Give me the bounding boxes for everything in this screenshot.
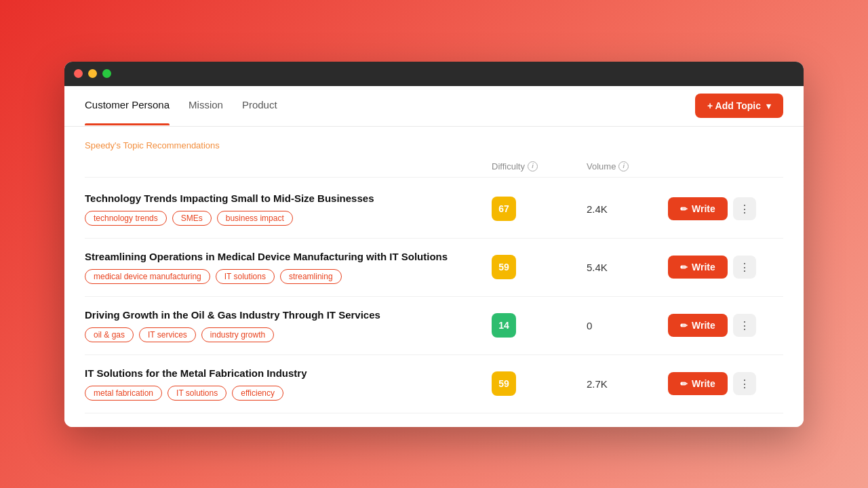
tabs-bar: Customer Persona Mission Product + Add T… xyxy=(64,86,804,127)
chevron-down-icon: ▾ xyxy=(766,101,771,111)
tags: technology trends SMEs business impact xyxy=(85,211,492,226)
tag: streamlining xyxy=(280,269,342,284)
tag: efficiency xyxy=(232,386,283,401)
tag: oil & gas xyxy=(85,327,134,342)
more-icon: ⋮ xyxy=(739,261,750,274)
tab-customer-persona[interactable]: Customer Persona xyxy=(85,99,170,113)
tag: IT services xyxy=(139,327,196,342)
write-button[interactable]: ✏ Write xyxy=(668,314,728,337)
difficulty-cell: 59 xyxy=(492,255,587,279)
more-options-button[interactable]: ⋮ xyxy=(733,372,756,395)
write-button[interactable]: ✏ Write xyxy=(668,256,728,279)
tab-product[interactable]: Product xyxy=(242,99,277,113)
table-row: Streamlining Operations in Medical Devic… xyxy=(85,239,783,297)
main-content: Speedy's Topic Recommendations Difficult… xyxy=(64,127,804,427)
table-row: Driving Growth in the Oil & Gas Industry… xyxy=(85,297,783,355)
content-area: Customer Persona Mission Product + Add T… xyxy=(64,86,804,427)
more-icon: ⋮ xyxy=(739,203,750,216)
table-row: Technology Trends Impacting Small to Mid… xyxy=(85,180,783,239)
topic-title: Technology Trends Impacting Small to Mid… xyxy=(85,192,492,204)
volume-info-icon: i xyxy=(618,161,629,171)
tag: IT solutions xyxy=(167,386,226,401)
actions-cell: ✏ Write ⋮ xyxy=(668,314,783,337)
section-title: Speedy's Topic Recommendations xyxy=(85,140,783,150)
actions-cell: ✏ Write ⋮ xyxy=(668,256,783,279)
titlebar xyxy=(64,62,804,86)
actions-cell: ✏ Write ⋮ xyxy=(668,372,783,395)
minimize-dot[interactable] xyxy=(88,69,97,78)
volume-cell: 2.7K xyxy=(587,378,668,390)
more-icon: ⋮ xyxy=(739,319,750,332)
difficulty-badge: 59 xyxy=(492,255,516,279)
write-icon: ✏ xyxy=(680,262,688,272)
tag: SMEs xyxy=(172,211,212,226)
volume-cell: 0 xyxy=(587,320,668,331)
app-window: Customer Persona Mission Product + Add T… xyxy=(64,62,804,427)
tab-list: Customer Persona Mission Product xyxy=(85,99,695,113)
volume-cell: 2.4K xyxy=(587,203,668,215)
more-options-button[interactable]: ⋮ xyxy=(733,314,756,337)
tag: business impact xyxy=(217,211,293,226)
write-button[interactable]: ✏ Write xyxy=(668,197,728,220)
tags: oil & gas IT services industry growth xyxy=(85,327,492,342)
topic-info: Driving Growth in the Oil & Gas Industry… xyxy=(85,309,492,342)
add-topic-button[interactable]: + Add Topic ▾ xyxy=(695,94,783,118)
write-icon: ✏ xyxy=(680,321,688,331)
more-icon: ⋮ xyxy=(739,378,750,390)
more-options-button[interactable]: ⋮ xyxy=(733,256,756,279)
tag: IT solutions xyxy=(216,269,275,284)
difficulty-cell: 59 xyxy=(492,371,587,396)
topic-title: IT Solutions for the Metal Fabrication I… xyxy=(85,367,492,379)
difficulty-cell: 67 xyxy=(492,197,587,221)
difficulty-badge: 14 xyxy=(492,313,516,338)
actions-cell: ✏ Write ⋮ xyxy=(668,197,783,220)
volume-cell: 5.4K xyxy=(587,262,668,273)
write-icon: ✏ xyxy=(680,379,688,389)
tags: medical device manufacturing IT solution… xyxy=(85,269,492,284)
difficulty-cell: 14 xyxy=(492,313,587,338)
write-icon: ✏ xyxy=(680,204,688,214)
tag: industry growth xyxy=(201,327,274,342)
close-dot[interactable] xyxy=(74,69,83,78)
topic-title: Driving Growth in the Oil & Gas Industry… xyxy=(85,309,492,321)
th-volume: Volume i xyxy=(587,161,668,171)
tag: medical device manufacturing xyxy=(85,269,210,284)
topic-info: Streamlining Operations in Medical Devic… xyxy=(85,251,492,284)
maximize-dot[interactable] xyxy=(102,69,111,78)
tag: technology trends xyxy=(85,211,167,226)
table-header: Difficulty i Volume i xyxy=(85,161,783,178)
tag: metal fabrication xyxy=(85,386,162,401)
difficulty-badge: 67 xyxy=(492,197,516,221)
topic-title: Streamlining Operations in Medical Devic… xyxy=(85,251,492,262)
write-button[interactable]: ✏ Write xyxy=(668,372,728,395)
th-difficulty: Difficulty i xyxy=(492,161,587,171)
topic-info: Technology Trends Impacting Small to Mid… xyxy=(85,192,492,226)
difficulty-badge: 59 xyxy=(492,371,516,396)
more-options-button[interactable]: ⋮ xyxy=(733,197,756,220)
table-row: IT Solutions for the Metal Fabrication I… xyxy=(85,355,783,413)
tags: metal fabrication IT solutions efficienc… xyxy=(85,386,492,401)
tab-mission[interactable]: Mission xyxy=(189,99,223,113)
topic-info: IT Solutions for the Metal Fabrication I… xyxy=(85,367,492,401)
difficulty-info-icon: i xyxy=(528,161,538,171)
